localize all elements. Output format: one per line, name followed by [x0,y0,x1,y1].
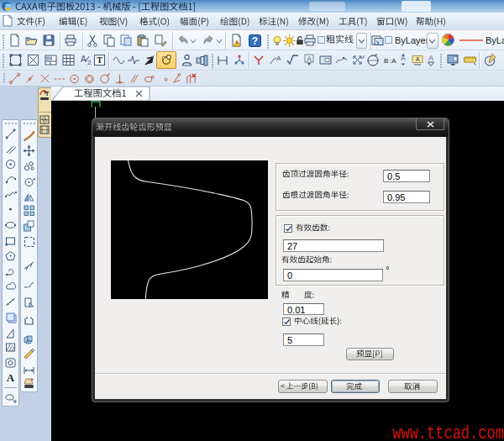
svg-text:2: 2 [87,59,92,66]
svg-text:A: A [428,54,433,62]
svg-text::A: :A [390,57,396,65]
svg-text:?: ? [252,35,258,47]
svg-text:A: A [362,55,365,60]
svg-text:B: B [384,57,388,65]
svg-text:A: A [7,371,15,384]
svg-text:A: A [81,55,87,64]
svg-text:A: A [307,55,312,63]
svg-text:A: A [416,56,420,62]
svg-text:A: A [276,55,281,62]
svg-text:T: T [97,55,102,65]
